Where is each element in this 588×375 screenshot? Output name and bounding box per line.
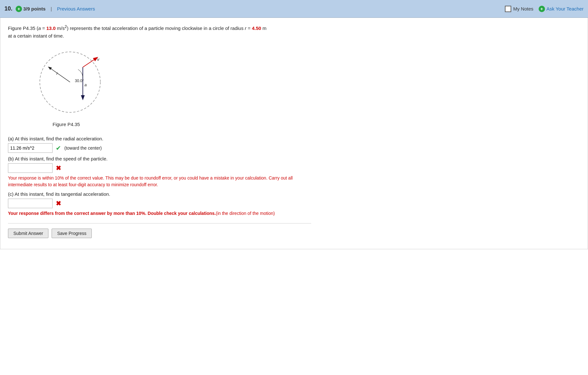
- points-plus-icon: +: [16, 6, 22, 12]
- part-b-input[interactable]: [8, 163, 53, 173]
- part-c-label: (c) At this instant, find its tangential…: [8, 191, 311, 197]
- svg-text:30.0°: 30.0°: [75, 79, 84, 83]
- part-c-input[interactable]: [8, 199, 53, 208]
- ask-teacher-button[interactable]: + Ask Your Teacher: [539, 6, 584, 12]
- part-c-answer-row: ✖: [8, 199, 311, 208]
- content-border: Figure P4.35 (a = 13.0 m/s2) represents …: [0, 18, 588, 249]
- previous-answers-link[interactable]: Previous Answers: [57, 6, 95, 11]
- part-b-error: Your response is within 10% of the corre…: [8, 175, 295, 188]
- ask-teacher-plus-icon: +: [539, 6, 545, 12]
- figure-container: r a v 30.0°: [33, 46, 311, 133]
- button-row: Submit Answer Save Progress: [8, 223, 311, 238]
- svg-text:r: r: [56, 71, 58, 76]
- part-c-error-black: (in the direction of the motion): [216, 211, 275, 216]
- question-number: 10.: [4, 5, 12, 12]
- ask-teacher-label: Ask Your Teacher: [547, 6, 584, 11]
- a-value: 13.0: [47, 25, 56, 31]
- divider: |: [51, 6, 52, 11]
- main-content: Figure P4.35 (a = 13.0 m/s2) represents …: [0, 18, 319, 246]
- svg-line-5: [83, 58, 97, 67]
- part-a-unit: (toward the center): [64, 145, 102, 151]
- part-c-error-red: Your response differs from the correct a…: [8, 211, 216, 216]
- part-c-x-icon: ✖: [56, 200, 61, 207]
- points-text: 3/9 points: [23, 6, 46, 11]
- problem-text: Figure P4.35 (a = 13.0 m/s2) represents …: [8, 24, 311, 40]
- part-a-answer-row: ✔ (toward the center): [8, 143, 311, 153]
- part-c-section: (c) At this instant, find its tangential…: [8, 191, 311, 217]
- save-progress-button[interactable]: Save Progress: [52, 229, 92, 238]
- part-b-label: (b) At this instant, find the speed of t…: [8, 156, 311, 161]
- svg-text:v: v: [97, 57, 100, 62]
- part-b-section: (b) At this instant, find the speed of t…: [8, 156, 311, 188]
- r-value: 4.50: [252, 25, 261, 31]
- part-c-error: Your response differs from the correct a…: [8, 210, 295, 217]
- my-notes-label: My Notes: [513, 6, 533, 11]
- part-b-answer-row: ✖: [8, 163, 311, 173]
- part-b-x-icon: ✖: [56, 164, 61, 172]
- points-badge: + 3/9 points: [16, 6, 46, 12]
- figure-svg: r a v 30.0°: [33, 46, 107, 120]
- my-notes-button[interactable]: My Notes: [505, 6, 533, 12]
- submit-button[interactable]: Submit Answer: [8, 229, 48, 238]
- part-a-check-icon: ✔: [56, 144, 61, 152]
- top-bar-right: My Notes + Ask Your Teacher: [505, 6, 584, 12]
- top-bar-left: 10. + 3/9 points | Previous Answers: [4, 5, 505, 12]
- top-bar: 10. + 3/9 points | Previous Answers My N…: [0, 0, 588, 18]
- part-a-input[interactable]: [8, 143, 53, 153]
- svg-line-1: [49, 67, 70, 82]
- part-a-label: (a) At this instant, find the radial acc…: [8, 136, 311, 141]
- note-icon: [505, 6, 511, 12]
- figure-caption: Figure P4.35: [53, 122, 80, 127]
- svg-text:a: a: [84, 82, 87, 87]
- part-a-section: (a) At this instant, find the radial acc…: [8, 136, 311, 153]
